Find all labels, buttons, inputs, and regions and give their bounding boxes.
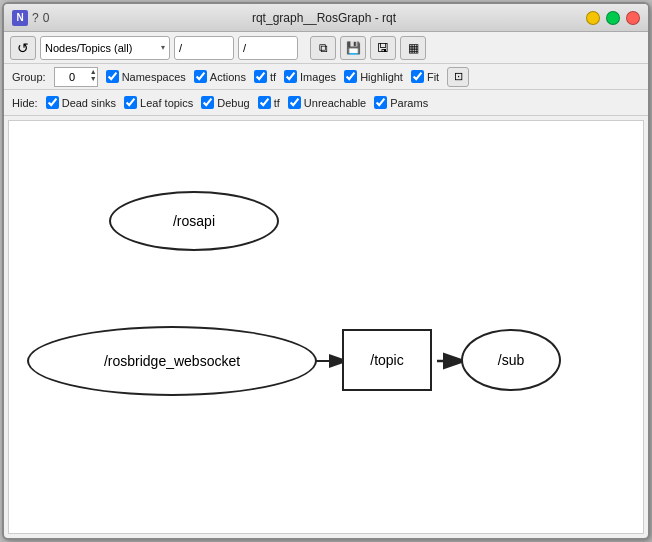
debug-label: Debug bbox=[217, 97, 249, 109]
tf-checkbox[interactable] bbox=[254, 70, 267, 83]
toolbar: ↺ Nodes/Topics (all) ▾ ⧉ 💾 🖫 ▦ bbox=[4, 32, 648, 64]
hide-label: Hide: bbox=[12, 97, 38, 109]
close-button[interactable] bbox=[626, 11, 640, 25]
debug-checkbox[interactable] bbox=[201, 96, 214, 109]
hide-tf-label: tf bbox=[274, 97, 280, 109]
spin-down-button[interactable]: ▼ bbox=[90, 75, 97, 82]
unreachable-checkbox[interactable] bbox=[288, 96, 301, 109]
chevron-down-icon: ▾ bbox=[161, 43, 165, 52]
debug-option: Debug bbox=[201, 96, 249, 109]
leaf-topics-checkbox[interactable] bbox=[124, 96, 137, 109]
copy-button[interactable]: ⧉ bbox=[310, 36, 336, 60]
namespaces-label: Namespaces bbox=[122, 71, 186, 83]
topic-node[interactable]: /topic bbox=[342, 329, 432, 391]
dash-button[interactable]: 0 bbox=[43, 11, 50, 25]
rosbridge-label: /rosbridge_websocket bbox=[104, 353, 240, 369]
minimize-button[interactable] bbox=[586, 11, 600, 25]
dead-sinks-option: Dead sinks bbox=[46, 96, 116, 109]
tf-option: tf bbox=[254, 70, 276, 83]
leaf-topics-option: Leaf topics bbox=[124, 96, 193, 109]
grid-button[interactable]: ▦ bbox=[400, 36, 426, 60]
leaf-topics-label: Leaf topics bbox=[140, 97, 193, 109]
refresh-icon: ↺ bbox=[17, 40, 29, 56]
refresh-button[interactable]: ↺ bbox=[10, 36, 36, 60]
save-icon: 💾 bbox=[346, 41, 361, 55]
titlebar-left: N ? 0 bbox=[12, 10, 62, 26]
fit-icon: ⊡ bbox=[454, 70, 463, 83]
actions-label: Actions bbox=[210, 71, 246, 83]
filter-input-2[interactable] bbox=[238, 36, 298, 60]
unreachable-label: Unreachable bbox=[304, 97, 366, 109]
graph-area[interactable]: /rosapi /rosbridge_websocket /topic /sub bbox=[8, 120, 644, 534]
actions-option: Actions bbox=[194, 70, 246, 83]
titlebar: N ? 0 rqt_graph__RosGraph - rqt bbox=[4, 4, 648, 32]
namespaces-checkbox[interactable] bbox=[106, 70, 119, 83]
group-label: Group: bbox=[12, 71, 46, 83]
help-button[interactable]: ? bbox=[32, 11, 39, 25]
save-as-button[interactable]: 💾 bbox=[340, 36, 366, 60]
graph-arrows bbox=[9, 121, 643, 533]
namespaces-option: Namespaces bbox=[106, 70, 186, 83]
images-option: Images bbox=[284, 70, 336, 83]
sub-node[interactable]: /sub bbox=[461, 329, 561, 391]
topic-label: /topic bbox=[370, 352, 403, 368]
copy-icon: ⧉ bbox=[319, 41, 328, 55]
highlight-label: Highlight bbox=[360, 71, 403, 83]
unreachable-option: Unreachable bbox=[288, 96, 366, 109]
dead-sinks-label: Dead sinks bbox=[62, 97, 116, 109]
dropdown-value: Nodes/Topics (all) bbox=[45, 42, 132, 54]
images-checkbox[interactable] bbox=[284, 70, 297, 83]
params-label: Params bbox=[390, 97, 428, 109]
save-button[interactable]: 🖫 bbox=[370, 36, 396, 60]
hide-bar: Hide: Dead sinks Leaf topics Debug tf Un… bbox=[4, 90, 648, 116]
rosbridge-node[interactable]: /rosbridge_websocket bbox=[27, 326, 317, 396]
rosapi-node[interactable]: /rosapi bbox=[109, 191, 279, 251]
save2-icon: 🖫 bbox=[377, 41, 389, 55]
tf-label: tf bbox=[270, 71, 276, 83]
filter-input-1[interactable] bbox=[174, 36, 234, 60]
app-icon-label: N bbox=[16, 12, 23, 23]
highlight-option: Highlight bbox=[344, 70, 403, 83]
spin-up-button[interactable]: ▲ bbox=[90, 68, 97, 75]
group-value: 0 bbox=[55, 71, 90, 83]
fit-checkbox[interactable] bbox=[411, 70, 424, 83]
maximize-button[interactable] bbox=[606, 11, 620, 25]
highlight-checkbox[interactable] bbox=[344, 70, 357, 83]
params-checkbox[interactable] bbox=[374, 96, 387, 109]
app-icon: N bbox=[12, 10, 28, 26]
main-window: N ? 0 rqt_graph__RosGraph - rqt ↺ Nodes/… bbox=[2, 2, 650, 540]
fit-label: Fit bbox=[427, 71, 439, 83]
nodes-topics-dropdown[interactable]: Nodes/Topics (all) ▾ bbox=[40, 36, 170, 60]
fit-icon-button[interactable]: ⊡ bbox=[447, 67, 469, 87]
sub-label: /sub bbox=[498, 352, 524, 368]
dead-sinks-checkbox[interactable] bbox=[46, 96, 59, 109]
options-bar: Group: 0 ▲ ▼ Namespaces Actions tf Image… bbox=[4, 64, 648, 90]
window-title: rqt_graph__RosGraph - rqt bbox=[62, 11, 586, 25]
params-option: Params bbox=[374, 96, 428, 109]
hide-tf-checkbox[interactable] bbox=[258, 96, 271, 109]
hide-tf-option: tf bbox=[258, 96, 280, 109]
actions-checkbox[interactable] bbox=[194, 70, 207, 83]
fit-option: Fit bbox=[411, 70, 439, 83]
rosapi-label: /rosapi bbox=[173, 213, 215, 229]
images-label: Images bbox=[300, 71, 336, 83]
window-controls bbox=[586, 11, 640, 25]
grid-icon: ▦ bbox=[408, 41, 419, 55]
